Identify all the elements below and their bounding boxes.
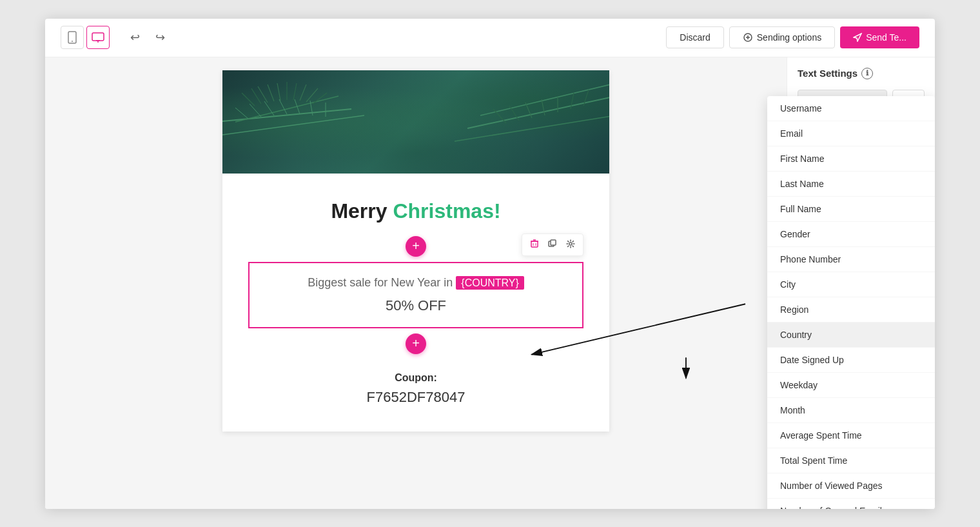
svg-line-27 [455,115,609,141]
christmas-text: Christmas! [393,199,500,223]
email-header-image [222,70,609,174]
svg-line-12 [268,85,274,101]
info-icon[interactable]: ℹ [861,68,873,79]
desktop-device-button[interactable] [86,26,110,49]
svg-rect-2 [92,33,104,41]
svg-line-34 [571,93,574,109]
dropdown-item[interactable]: Gender [767,222,935,247]
dropdown-item[interactable]: Number of Viewed Pages [767,473,935,499]
svg-line-8 [222,115,364,135]
sale-text-label: Biggest sale for New Year in [308,276,453,289]
email-canvas: Merry Christmas! + [45,57,787,509]
discount-text: 50% OFF [275,297,556,314]
svg-line-11 [258,86,268,103]
dropdown-item[interactable]: First Name [767,146,935,172]
svg-line-13 [277,83,280,101]
svg-line-15 [293,83,297,100]
email-content: Merry Christmas! + [222,70,609,432]
svg-line-17 [306,88,318,102]
svg-point-1 [72,41,73,42]
dropdown-item[interactable]: Weekday [767,373,935,398]
selected-text-block-wrapper: Biggest sale for New Year in {COUNTRY} 5… [222,262,609,328]
svg-line-35 [583,90,589,106]
svg-rect-42 [551,240,556,245]
delete-block-button[interactable] [527,237,542,253]
dropdown-item[interactable]: Email [767,121,935,146]
sending-options-button[interactable]: Sending options [729,26,835,48]
redo-button[interactable]: ↪ [150,28,170,47]
add-block-bottom-button[interactable]: + [406,333,426,354]
dropdown-item[interactable]: Number of Opened Emails [767,499,935,509]
toolbar-right: Discard Sending options Send Te... [666,26,919,48]
email-body: Merry Christmas! + [222,174,609,432]
duplicate-block-button[interactable] [545,237,560,253]
text-settings-header: Text Settings ℹ [798,68,925,79]
main-container: ↩ ↪ Discard Sending options Send Te... [45,19,935,509]
send-test-button[interactable]: Send Te... [840,26,919,48]
dropdown-item[interactable]: City [767,272,935,297]
dropdown-item[interactable]: Date Signed Up [767,348,935,373]
dropdown-item[interactable]: Country [767,323,935,348]
toolbar: ↩ ↪ Discard Sending options Send Te... [45,19,935,57]
dropdown-item[interactable]: Total Spent Time [767,448,935,473]
canvas-area: Merry Christmas! + [45,57,935,509]
svg-line-10 [251,88,261,104]
svg-line-28 [480,83,609,115]
mobile-device-button[interactable] [61,26,84,49]
send-test-label: Send Te... [866,32,906,43]
undo-button[interactable]: ↩ [125,28,145,47]
block-toolbar [522,234,583,256]
personal-details-dropdown: UsernameEmailFirst NameLast NameFull Nam… [767,96,935,509]
sale-text: Biggest sale for New Year in {COUNTRY} [275,276,556,290]
info-icon-label: ℹ [866,69,868,77]
dropdown-item[interactable]: Last Name [767,172,935,197]
svg-line-9 [242,93,255,106]
svg-line-19 [235,108,248,119]
svg-point-43 [569,243,572,245]
discard-button[interactable]: Discard [666,26,723,48]
text-settings-title: Text Settings [798,68,858,79]
selected-text-block[interactable]: Biggest sale for New Year in {COUNTRY} 5… [248,262,583,328]
coupon-section: Coupon: F7652DF78047 [248,359,583,419]
dropdown-item[interactable]: Region [767,297,935,323]
svg-line-32 [542,99,545,115]
dropdown-item[interactable]: Average Spent Time [767,423,935,448]
coupon-label: Coupon: [261,372,571,384]
svg-line-16 [300,85,306,101]
svg-line-22 [279,99,287,114]
svg-line-20 [250,104,261,117]
dropdown-item[interactable]: Full Name [767,197,935,222]
device-buttons [61,26,110,49]
merry-christmas-heading: Merry Christmas! [248,199,583,223]
merry-text: Merry [331,199,387,223]
country-dynamic-tag: {COUNTRY} [456,276,524,290]
dropdown-item[interactable]: Phone Number [767,247,935,272]
history-buttons: ↩ ↪ [125,28,170,47]
coupon-code: F7652DF78047 [261,389,571,406]
svg-line-26 [467,96,609,128]
add-block-top-button[interactable]: + [406,236,426,257]
sending-options-label: Sending options [757,32,821,43]
svg-rect-36 [531,241,538,247]
svg-line-18 [313,93,327,104]
dropdown-item[interactable]: Username [767,96,935,121]
dropdown-item[interactable]: Month [767,398,935,423]
settings-block-button[interactable] [564,237,578,253]
add-button-bottom-container: + [248,333,583,354]
